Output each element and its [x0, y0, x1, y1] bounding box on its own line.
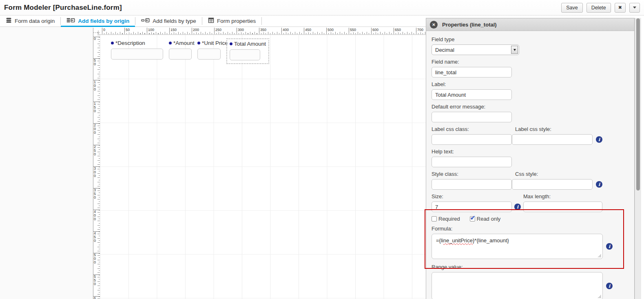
ruler-v-label: 550: [93, 275, 100, 286]
ruler-v-label: 250: [93, 145, 100, 156]
ruler-v-label: 0: [93, 37, 100, 41]
ruler-v-label: 200: [93, 123, 100, 135]
tab-label: Add fields by origin: [78, 18, 129, 24]
ruler-horizontal: 0501001502002503003504004505005506006507…: [100, 28, 426, 35]
size-label: Size:: [432, 193, 523, 199]
canvas-left-gutter: [0, 27, 93, 299]
ruler-h-label: 50: [124, 28, 130, 32]
default-error-label: Default error message:: [432, 104, 629, 110]
style-class-label: Style class:: [432, 171, 515, 177]
ruler-v-label: 300: [93, 166, 100, 178]
formula-value: ={line_unitPrice}*{line_amount}: [436, 237, 509, 244]
ruler-h-label: 400: [281, 28, 289, 32]
field-label: *Unit Price: [202, 40, 228, 46]
tab-add-fields-by-origin[interactable]: Add fields by origin: [61, 16, 135, 27]
properties-panel-body: Field type Decimal Field name: Label: De…: [426, 36, 634, 299]
tab-label: Add fields by type: [153, 18, 196, 24]
field-name-label: Field name:: [432, 59, 629, 65]
field-total-amount-selected[interactable]: Total Amount: [226, 38, 269, 64]
info-icon[interactable]: i: [606, 283, 613, 289]
tab-form-properties[interactable]: Form properties: [202, 16, 261, 27]
field-amount[interactable]: *Amount: [169, 40, 195, 60]
ruler-h-label: 250: [214, 28, 221, 32]
field-dot-icon: [169, 42, 172, 44]
info-icon[interactable]: i: [514, 204, 521, 210]
size-input[interactable]: [432, 202, 512, 212]
label-input[interactable]: [432, 89, 512, 100]
form-modeler-window: Form Modeler [PurchaseLine.form] Save De…: [0, 0, 644, 299]
formula-label: Formula:: [432, 226, 629, 232]
close-icon: ✖: [618, 5, 622, 10]
required-checkbox[interactable]: [432, 216, 437, 221]
form-design-workarea: 0501001502002503003504004505005506006507…: [0, 27, 426, 299]
range-value-textarea[interactable]: [432, 272, 603, 299]
tab-form-data-origin[interactable]: Form data origin: [0, 16, 60, 27]
label-css-class-input[interactable]: [432, 134, 512, 145]
style-class-input[interactable]: [432, 179, 512, 190]
label-css-class-label: Label css class:: [432, 126, 515, 132]
properties-panel-header: ✕ Properties (line_total): [426, 18, 634, 31]
field-label: Total Amount: [234, 41, 266, 47]
formula-textarea[interactable]: ={line_unitPrice}*{line_amount}: [432, 234, 603, 259]
delete-button[interactable]: Delete: [586, 3, 611, 13]
ruler-h-label: 300: [237, 28, 244, 32]
read-only-label: Read only: [477, 216, 501, 222]
ruler-h-label: 600: [371, 28, 378, 32]
field-input-preview[interactable]: [197, 49, 221, 60]
label-css-style-label: Label css style:: [515, 126, 551, 132]
field-name-input[interactable]: [432, 67, 512, 78]
read-only-checkbox[interactable]: [470, 216, 475, 221]
form-canvas[interactable]: *Description *Amount *Unit Price Total A…: [100, 35, 426, 299]
tab-label: Form data origin: [15, 18, 55, 24]
ruler-v-label: 400: [93, 210, 100, 221]
label-css-style-input[interactable]: [512, 134, 593, 145]
field-type-value: Decimal: [435, 47, 511, 53]
help-text-label: Help text:: [432, 148, 629, 155]
info-icon[interactable]: i: [606, 243, 613, 250]
resize-grip-icon[interactable]: [598, 295, 601, 298]
field-type-label: Field type: [432, 36, 629, 42]
ruler-v-label: 100: [93, 80, 100, 91]
page-title: Form Modeler [PurchaseLine.form]: [4, 4, 122, 12]
vertical-scrollbar[interactable]: [635, 18, 641, 299]
info-icon[interactable]: i: [596, 181, 602, 188]
ruler-v-label: 150: [93, 102, 100, 113]
field-type-select[interactable]: Decimal: [432, 44, 519, 55]
info-icon[interactable]: i: [596, 136, 602, 143]
default-error-input[interactable]: [432, 112, 512, 122]
field-unit-price[interactable]: *Unit Price: [197, 40, 228, 60]
tab-label: Form properties: [217, 18, 256, 24]
ruler-h-label: 350: [259, 28, 266, 32]
editor-tabbar: Form data origin Add fields by origin Ad…: [0, 16, 426, 27]
panel-close-icon[interactable]: ✕: [430, 21, 438, 29]
properties-panel-title: Properties (line_total): [442, 22, 497, 28]
ruler-h-label: 550: [349, 28, 356, 32]
ruler-origin-icon: [93, 28, 100, 35]
ruler-v-label: 500: [93, 253, 100, 264]
close-button[interactable]: ✖: [615, 3, 626, 13]
field-input-preview[interactable]: [230, 49, 260, 60]
ruler-vertical: 050100150200250300350400450500550600: [93, 35, 100, 299]
css-style-label: Css style:: [515, 171, 538, 177]
field-input-preview[interactable]: [111, 49, 163, 60]
save-button[interactable]: Save: [561, 3, 583, 13]
label-label: Label:: [432, 81, 629, 87]
max-length-input[interactable]: [523, 202, 602, 212]
tab-add-fields-by-type[interactable]: Add fields by type: [135, 16, 202, 27]
field-description[interactable]: *Description: [111, 40, 163, 60]
ruler-h-label: 200: [192, 28, 199, 32]
properties-panel: ✕ Properties (line_total) Field type Dec…: [426, 18, 635, 299]
field-input-preview[interactable]: [169, 49, 192, 60]
database-add-icon: [66, 18, 75, 24]
field-label: *Description: [115, 40, 145, 46]
ruler-h-label: 650: [394, 28, 401, 32]
form-properties-icon: [208, 18, 214, 24]
css-style-input[interactable]: [512, 179, 593, 190]
help-text-input[interactable]: [432, 157, 512, 167]
resize-grip-icon[interactable]: [598, 254, 601, 257]
scrollbar-thumb[interactable]: [636, 18, 640, 190]
ruler-h-label: 0: [102, 28, 105, 32]
dropdown-arrow-icon[interactable]: [511, 46, 518, 54]
more-actions-button[interactable]: [629, 3, 640, 13]
title-bar: Form Modeler [PurchaseLine.form] Save De…: [0, 0, 644, 16]
